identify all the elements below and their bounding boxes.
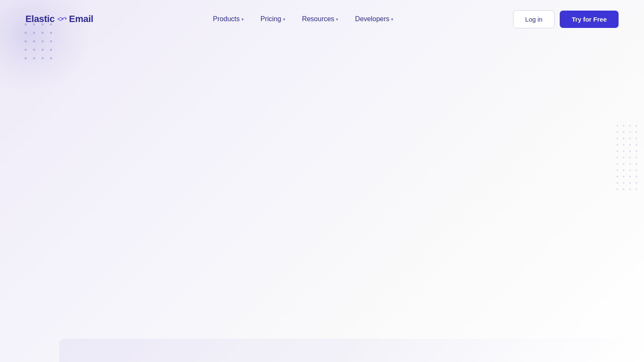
chevron-down-icon-products: ▾ (242, 17, 244, 22)
email-arrows-icon (57, 16, 67, 22)
logo-text-elastic: Elastic (25, 14, 55, 25)
nav-label-products: Products (213, 15, 240, 23)
chevron-down-icon-pricing: ▾ (283, 17, 285, 22)
main-content (0, 38, 644, 362)
nav-label-resources: Resources (302, 15, 334, 23)
try-free-button[interactable]: Try for Free (560, 11, 619, 28)
nav-label-pricing: Pricing (261, 15, 281, 23)
navbar-right: Log in Try for Free (513, 10, 619, 28)
navbar: Elastic Email Products ▾ Pricing ▾ Resou… (0, 0, 644, 38)
nav-item-products[interactable]: Products ▾ (206, 12, 250, 26)
navbar-center: Products ▾ Pricing ▾ Resources ▾ Develop… (206, 12, 400, 26)
logo[interactable]: Elastic Email (25, 14, 93, 25)
login-button[interactable]: Log in (513, 10, 555, 28)
nav-item-resources[interactable]: Resources ▾ (295, 12, 345, 26)
logo-text-email: Email (69, 14, 93, 25)
nav-label-developers: Developers (355, 15, 389, 23)
chevron-down-icon-resources: ▾ (336, 17, 338, 22)
chevron-down-icon-developers: ▾ (391, 17, 393, 22)
navbar-left: Elastic Email (25, 14, 93, 25)
nav-item-pricing[interactable]: Pricing ▾ (254, 12, 292, 26)
nav-item-developers[interactable]: Developers ▾ (348, 12, 400, 26)
